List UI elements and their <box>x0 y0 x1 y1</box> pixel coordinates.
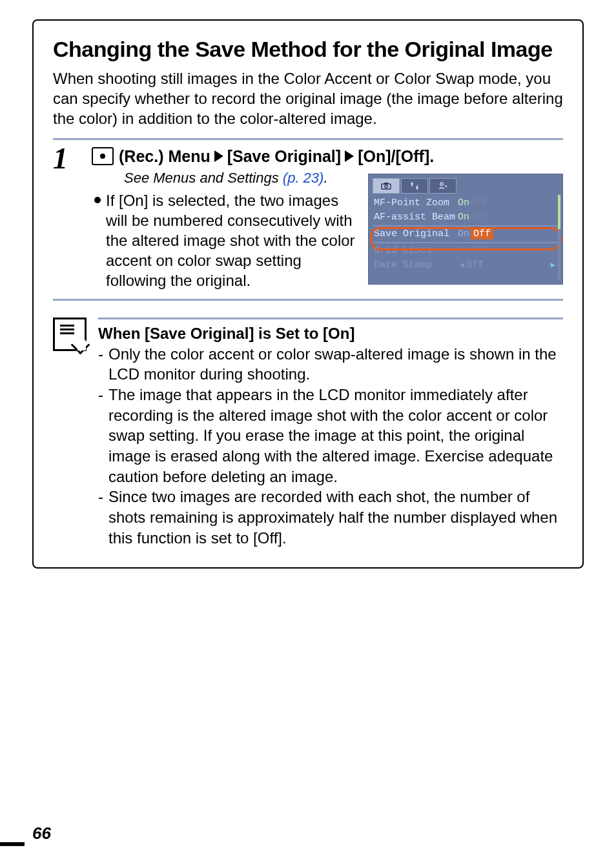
step-row: 1 (Rec.) Menu [Save Original] [On]/[Off]… <box>53 146 563 291</box>
memo-icon <box>53 318 87 351</box>
lcd-value: Off <box>466 259 484 270</box>
lcd-row-date-stamp: Date Stamp ◀ Off ▶ <box>369 258 562 272</box>
bullet-dot-icon <box>94 197 101 203</box>
right-arrow-icon: ▶ <box>551 260 555 270</box>
see-suffix: . <box>323 170 327 186</box>
intro-paragraph: When shooting still images in the Color … <box>53 68 563 129</box>
lcd-scrollbar <box>558 195 560 280</box>
page-edge-tab <box>0 842 25 846</box>
note-item: - The image that appears in the LCD moni… <box>98 385 563 487</box>
step-text-col: See Menus and Settings (p. 23). If [On] … <box>92 170 356 291</box>
note-text: Only the color accent or color swap-alte… <box>108 344 563 385</box>
note-text: The image that appears in the LCD monito… <box>108 385 563 487</box>
lcd-value-off: Off <box>471 245 488 256</box>
heading-part-3: [On]/[Off]. <box>358 146 434 166</box>
step-number: 1 <box>53 144 92 174</box>
lcd-tab-tools <box>401 178 428 194</box>
note-item: - Only the color accent or color swap-al… <box>98 344 563 385</box>
lcd-value-on: On <box>458 197 469 208</box>
lcd-label: MF-Point Zoom <box>374 197 458 208</box>
page-ref-link[interactable]: (p. 23) <box>283 170 324 186</box>
step-columns: See Menus and Settings (p. 23). If [On] … <box>92 170 563 291</box>
lcd-row-af-assist: AF-assist Beam On Off <box>369 210 562 225</box>
heading-part-1: (Rec.) Menu <box>119 146 210 166</box>
dash-bullet: - <box>98 385 103 487</box>
manual-page: Changing the Save Method for the Origina… <box>0 0 616 868</box>
section-title: Changing the Save Method for the Origina… <box>53 37 563 62</box>
bullet-item: If [On] is selected, the two images will… <box>94 190 356 291</box>
lcd-preview: MF-Point Zoom On Off AF-assist Beam On O… <box>368 174 563 285</box>
lcd-rows: MF-Point Zoom On Off AF-assist Beam On O… <box>369 196 562 272</box>
lcd-label: AF-assist Beam <box>374 212 458 223</box>
tools-icon <box>410 181 419 190</box>
lcd-tab-setup <box>429 178 457 194</box>
lcd-row-grid-lines: Grid Lines On Off <box>369 244 562 258</box>
step-block: 1 (Rec.) Menu [Save Original] [On]/[Off]… <box>53 138 563 301</box>
left-arrow-icon: ◀ <box>460 260 464 270</box>
note-text: Since two images are recorded with each … <box>108 487 563 548</box>
svg-rect-0 <box>382 184 391 189</box>
note-list: - Only the color accent or color swap-al… <box>98 344 563 549</box>
person-wrench-icon <box>438 181 447 190</box>
arrow-icon <box>345 150 354 162</box>
lcd-value-off: Off <box>471 197 488 208</box>
svg-point-1 <box>385 185 387 188</box>
dash-bullet: - <box>98 344 103 385</box>
camera-rec-icon <box>92 147 114 165</box>
lcd-label: Date Stamp <box>374 259 458 270</box>
step-body: (Rec.) Menu [Save Original] [On]/[Off]. … <box>92 146 563 291</box>
lcd-value-on: On <box>458 245 469 256</box>
note-block: When [Save Original] is Set to [On] - On… <box>53 318 563 549</box>
lcd-divider <box>373 242 559 243</box>
page-number: 66 <box>32 823 51 843</box>
lcd-value-off: Off <box>471 212 488 223</box>
note-body: When [Save Original] is Set to [On] - On… <box>98 318 563 549</box>
bullet-text: If [On] is selected, the two images will… <box>106 190 356 291</box>
heading-part-2: [Save Original] <box>227 146 341 166</box>
content-box: Changing the Save Method for the Origina… <box>32 19 584 569</box>
lcd-tab-camera <box>373 178 400 194</box>
step-heading: (Rec.) Menu [Save Original] [On]/[Off]. <box>92 146 563 166</box>
lcd-value-on: On <box>458 228 469 239</box>
svg-rect-2 <box>384 183 388 185</box>
lcd-divider <box>373 225 559 227</box>
lcd-row-save-original: Save Original On Off <box>369 227 562 241</box>
lcd-value-on: On <box>458 212 469 223</box>
svg-point-3 <box>440 182 443 185</box>
lcd-label: Save Original <box>374 228 458 239</box>
lcd-row-mf-zoom: MF-Point Zoom On Off <box>369 196 562 210</box>
see-reference: See Menus and Settings (p. 23). <box>124 170 356 187</box>
dash-bullet: - <box>98 487 103 548</box>
lcd-value-off-selected: Off <box>471 228 493 239</box>
lcd-tabs <box>369 174 562 194</box>
arrow-icon <box>214 150 223 162</box>
lcd-label: Grid Lines <box>374 245 458 256</box>
note-title: When [Save Original] is Set to [On] <box>98 325 563 343</box>
note-item: - Since two images are recorded with eac… <box>98 487 563 548</box>
see-prefix: See Menus and Settings <box>124 170 283 186</box>
camera-icon <box>381 182 391 190</box>
